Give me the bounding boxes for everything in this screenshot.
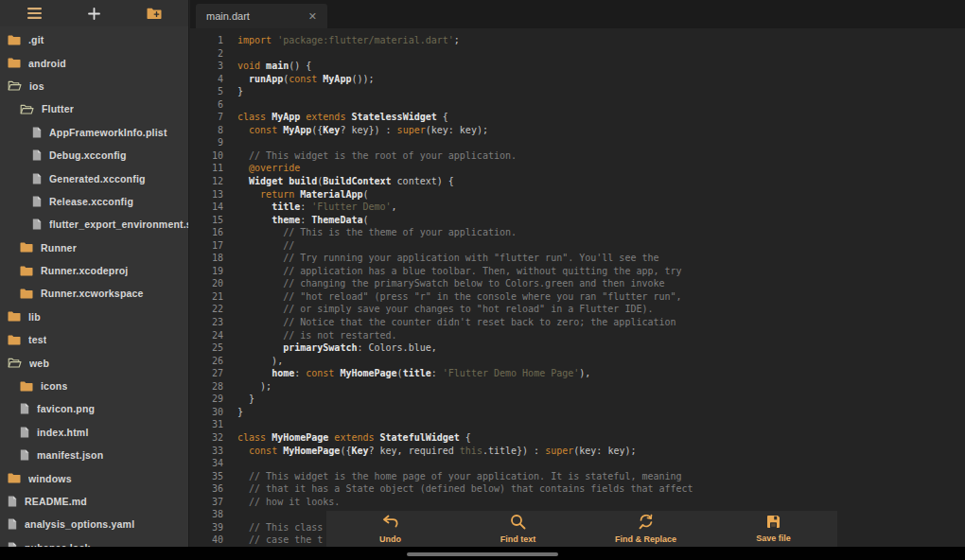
line-number: 3 xyxy=(190,60,223,73)
file-icon xyxy=(32,173,42,184)
line-number: 24 xyxy=(190,329,223,342)
code-text: // changing the primarySwatch below to C… xyxy=(223,277,665,290)
code-line: 10 // This widget is the root of your ap… xyxy=(190,149,965,163)
code-text: // how it looks. xyxy=(223,496,340,509)
code-line: 30} xyxy=(190,406,965,419)
undo-icon xyxy=(381,515,400,533)
file-icon xyxy=(8,518,17,530)
tree-item[interactable]: ios xyxy=(0,75,188,97)
code-text: void main() { xyxy=(223,60,311,73)
line-number: 23 xyxy=(190,316,223,329)
tree-item-label: favicon.png xyxy=(37,403,95,414)
tree-item-label: Runner xyxy=(41,242,77,254)
line-number: 33 xyxy=(190,445,223,458)
code-text: class MyHomePage extends StatefulWidget … xyxy=(223,431,471,445)
tool-button-label: Find & Replace xyxy=(615,534,676,544)
menu-icon[interactable] xyxy=(25,4,44,23)
tree-item[interactable]: lib xyxy=(0,306,188,328)
line-number: 2 xyxy=(190,47,223,61)
code-text: import 'package:flutter/material.dart'; xyxy=(223,34,460,47)
code-text: } xyxy=(223,85,243,98)
folder-icon xyxy=(20,289,33,299)
close-icon[interactable]: ✕ xyxy=(308,10,317,23)
tree-item[interactable]: flutter_export_environment.sh xyxy=(0,213,188,236)
new-folder-icon[interactable] xyxy=(145,4,164,23)
line-number: 9 xyxy=(190,136,223,149)
tool-button-label: Undo xyxy=(379,534,401,544)
code-editor-area[interactable]: 1import 'package:flutter/material.dart';… xyxy=(190,28,965,560)
tree-item[interactable]: Release.xcconfig xyxy=(0,190,188,213)
tree-item[interactable]: test xyxy=(0,328,188,351)
line-number: 40 xyxy=(190,534,223,547)
tree-item[interactable]: manifest.json xyxy=(0,444,188,466)
code-text: class MyApp extends StatelessWidget { xyxy=(223,111,448,124)
tree-item[interactable]: Runner.xcodeproj xyxy=(0,259,188,282)
line-number: 17 xyxy=(190,239,223,253)
search-icon xyxy=(510,514,526,533)
file-tree: .gitandroidiosFlutterAppFrameworkInfo.pl… xyxy=(0,26,188,560)
code-line: 6 xyxy=(190,98,965,112)
save-file-button[interactable]: Save file xyxy=(710,511,837,547)
code-line: 15 theme: ThemeData( xyxy=(190,214,965,227)
line-number: 22 xyxy=(190,303,223,316)
code-text: // that it has a State object (defined b… xyxy=(223,482,693,496)
code-text: return MaterialApp( xyxy=(223,188,369,201)
code-line: 31 xyxy=(190,418,965,431)
editor-toolbar: UndoFind textFind & ReplaceSave file xyxy=(326,511,837,547)
home-indicator-pill[interactable] xyxy=(407,552,558,556)
tree-item[interactable]: index.html xyxy=(0,421,188,444)
tab-main-dart[interactable]: main.dart ✕ xyxy=(196,4,327,28)
folder-icon xyxy=(20,381,33,392)
tree-item-label: lib xyxy=(28,311,41,323)
editor-main: main.dart ✕ 1import 'package:flutter/mat… xyxy=(190,0,965,560)
file-icon xyxy=(8,496,17,507)
tree-item[interactable]: windows xyxy=(0,466,188,489)
new-file-icon[interactable] xyxy=(85,4,104,23)
tree-item[interactable]: README.md xyxy=(0,490,188,513)
code-text: } xyxy=(223,406,243,419)
folder-open-icon xyxy=(8,80,22,91)
code-line: 2 xyxy=(190,47,965,61)
code-text: @override xyxy=(223,162,300,175)
code-line: 29 } xyxy=(190,393,965,406)
undo-button[interactable]: Undo xyxy=(326,511,454,547)
tree-item-label: icons xyxy=(41,380,67,392)
find-text-button[interactable]: Find text xyxy=(454,511,582,547)
line-number: 37 xyxy=(190,496,223,509)
tree-item[interactable]: android xyxy=(0,51,188,74)
find-replace-icon xyxy=(638,514,655,533)
line-number: 21 xyxy=(190,290,223,304)
tree-item[interactable]: Runner.xcworkspace xyxy=(0,282,188,305)
tree-item[interactable]: Flutter xyxy=(0,97,188,120)
code-line: 28 ); xyxy=(190,380,965,394)
line-number: 13 xyxy=(190,188,223,201)
code-line: 1import 'package:flutter/material.dart'; xyxy=(190,34,965,47)
code-line: 4 runApp(const MyApp()); xyxy=(190,73,965,86)
code-editor-app: .gitandroidiosFlutterAppFrameworkInfo.pl… xyxy=(0,0,965,560)
tree-item[interactable]: .git xyxy=(0,28,188,51)
line-number: 1 xyxy=(190,34,223,47)
code-line: 32class MyHomePage extends StatefulWidge… xyxy=(190,431,965,445)
tool-button-label: Save file xyxy=(756,534,791,543)
code-text: // This is the theme of your application… xyxy=(223,226,517,239)
tree-item[interactable]: Debug.xcconfig xyxy=(0,144,188,166)
folder-open-icon xyxy=(8,358,22,368)
line-number: 7 xyxy=(190,111,223,124)
tree-item[interactable]: Generated.xcconfig xyxy=(0,166,188,189)
code-text: const MyApp({Key? key}) : super(key: key… xyxy=(223,124,488,137)
code-text: home: const MyHomePage(title: 'Flutter D… xyxy=(223,367,590,380)
find-replace-button[interactable]: Find & Replace xyxy=(582,511,710,547)
tree-item[interactable]: icons xyxy=(0,375,188,397)
tree-item[interactable]: favicon.png xyxy=(0,397,188,420)
line-number: 25 xyxy=(190,341,223,355)
tree-item[interactable]: web xyxy=(0,351,188,374)
code-text: primarySwatch: Colors.blue, xyxy=(223,341,437,355)
tab-bar: main.dart ✕ xyxy=(190,0,965,28)
file-icon xyxy=(20,449,29,461)
tree-item[interactable]: Runner xyxy=(0,236,188,259)
line-number: 39 xyxy=(190,521,223,534)
code-line: 36 // that it has a State object (define… xyxy=(190,482,965,496)
tree-item[interactable]: AppFrameworkInfo.plist xyxy=(0,121,188,144)
code-line: 9 xyxy=(190,136,965,149)
tree-item[interactable]: analysis_options.yaml xyxy=(0,513,188,535)
